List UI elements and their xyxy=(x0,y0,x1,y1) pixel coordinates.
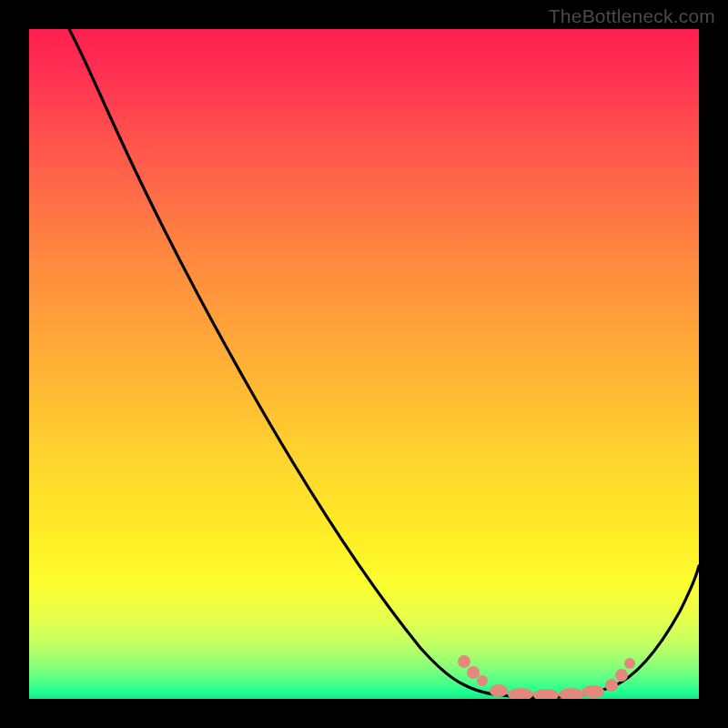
svg-point-8 xyxy=(605,679,618,692)
bottleneck-curve-line xyxy=(69,29,699,698)
chart-frame: TheBottleneck.com xyxy=(0,0,728,728)
svg-point-1 xyxy=(467,666,480,679)
svg-point-10 xyxy=(624,658,635,669)
plot-area xyxy=(29,29,699,699)
svg-point-3 xyxy=(490,684,508,697)
watermark-text: TheBottleneck.com xyxy=(549,5,715,27)
svg-point-9 xyxy=(615,669,628,682)
svg-point-7 xyxy=(582,685,604,698)
svg-point-5 xyxy=(533,689,559,699)
svg-point-2 xyxy=(477,675,488,686)
svg-point-4 xyxy=(508,688,533,699)
svg-point-0 xyxy=(458,655,470,668)
svg-point-6 xyxy=(559,688,584,699)
chart-svg xyxy=(29,29,699,699)
